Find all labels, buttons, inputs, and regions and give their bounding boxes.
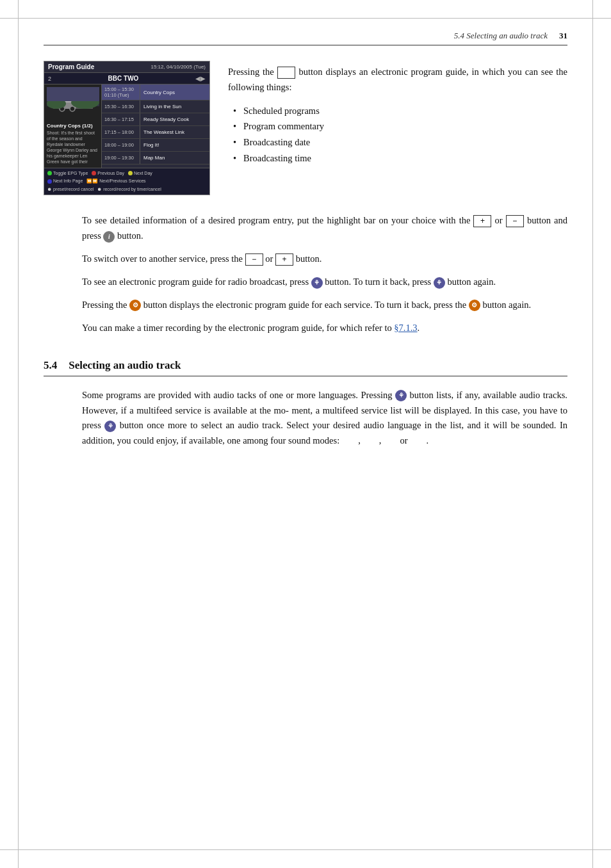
- body-paragraphs: To see detailed information of a desired…: [82, 213, 567, 336]
- paragraph-switch-service: To switch over to another service, press…: [82, 252, 567, 267]
- service-button-icon: ⚙: [129, 300, 141, 311]
- section-54-body: Some programs are provided with audio ta…: [82, 388, 567, 449]
- epg-schedule-row: 15:00 – 15:3001:10 (Tue) Country Cops: [102, 84, 209, 100]
- page-number: 31: [559, 31, 567, 41]
- epg-button-box: [277, 67, 296, 79]
- info-button-icon: i: [103, 231, 115, 243]
- bullet-item-commentary: Program commentary: [243, 118, 567, 134]
- epg-footer-row-2: Next Info Page ⏪⏩ Next/Previous Services: [47, 178, 206, 185]
- epg-channel-number: 2: [48, 76, 51, 82]
- paragraph-detail: To see detailed information of a desired…: [82, 213, 567, 244]
- green-dot-icon: [47, 171, 52, 175]
- bullet-list: Scheduled programs Program commentary Br…: [243, 103, 567, 166]
- svg-rect-9: [47, 87, 99, 101]
- epg-channel-name: BBC TWO: [56, 75, 190, 82]
- epg-row-program: Ready Steady Cook: [140, 113, 209, 125]
- epg-footer-item: Previous Day: [92, 170, 124, 177]
- main-section: Program Guide 15:12, 04/10/2005 (Tue) 2 …: [44, 61, 567, 195]
- blue-dot-icon: [47, 179, 52, 184]
- paragraph-audio-tracks: Some programs are provided with audio ta…: [82, 388, 567, 449]
- header-section-title: 5.4 Selecting an audio track: [454, 31, 548, 41]
- epg-footer-item: Next Info Page: [47, 178, 83, 185]
- epg-title-bar: Program Guide 15:12, 04/10/2005 (Tue): [44, 61, 209, 73]
- epg-thumbnail: [47, 87, 99, 120]
- audio-button-icon-2: ⚘: [104, 421, 116, 432]
- epg-row-program: Map Man: [140, 152, 209, 164]
- epg-footer-record: ⏺ preset/record cancel ⏺ record/record b…: [47, 186, 161, 193]
- epg-time: 15:12, 04/10/2005 (Tue): [151, 64, 206, 70]
- minus-button: −: [506, 215, 524, 227]
- epg-footer-item: ⏪⏩ Next/Previous Services: [86, 178, 145, 185]
- epg-row-time: 18:00 – 19:00: [102, 139, 140, 151]
- intro-paragraph: Pressing the button displays an electron…: [228, 65, 567, 95]
- epg-footer-row-3: ⏺ preset/record cancel ⏺ record/record b…: [47, 186, 206, 193]
- border-bottom: [0, 849, 611, 850]
- epg-footer-row: Toggle EPG Type Previous Day Next Day: [47, 170, 206, 177]
- epg-prog-desc: Shoot: It's the first shoot of the seaso…: [47, 130, 99, 165]
- page-header: 5.4 Selecting an audio track 31: [44, 31, 567, 45]
- epg-row-program: The Weakest Link: [140, 126, 209, 138]
- epg-left-panel: Country Cops (1/2) Shoot: It's the first…: [44, 84, 102, 168]
- epg-schedule-row: 17:15 – 18:00 The Weakest Link: [102, 126, 209, 139]
- epg-schedule-row: 16:30 – 17:15 Ready Steady Cook: [102, 113, 209, 126]
- epg-row-time: 17:15 – 18:00: [102, 126, 140, 138]
- epg-prog-title: Country Cops (1/2): [47, 123, 99, 129]
- bullet-item-date: Broadcasting date: [243, 134, 567, 150]
- minus-button-2: −: [245, 253, 263, 266]
- radio-button-icon-2: ⚘: [434, 277, 445, 289]
- yellow-dot-icon: [128, 171, 133, 175]
- epg-schedule-row: 15:30 – 16:30 Living in the Sun: [102, 100, 209, 113]
- epg-screenshot: Program Guide 15:12, 04/10/2005 (Tue) 2 …: [44, 61, 210, 195]
- bullet-item-scheduled: Scheduled programs: [243, 103, 567, 119]
- epg-row-program: Living in the Sun: [140, 100, 209, 113]
- plus-button-2: +: [275, 253, 293, 266]
- epg-footer-item: Toggle EPG Type: [47, 170, 88, 177]
- epg-row-time: 15:30 – 16:30: [102, 100, 140, 113]
- epg-footer-item: Next Day: [128, 170, 152, 177]
- epg-row-time: 16:30 – 17:15: [102, 113, 140, 125]
- epg-row-program: Flog It!: [140, 139, 209, 151]
- bullet-item-time: Broadcasting time: [243, 150, 567, 166]
- plus-button: +: [473, 215, 491, 227]
- service-button-icon-2: ⚙: [469, 300, 480, 311]
- epg-arrow-icon: ◀▶: [195, 75, 206, 82]
- epg-footer: Toggle EPG Type Previous Day Next Day Ne…: [44, 168, 209, 195]
- epg-row-program: Country Cops: [140, 84, 209, 100]
- paragraph-radio: To see an electronic program guide for r…: [82, 275, 567, 290]
- radio-button-icon: ⚘: [311, 277, 323, 289]
- audio-button-icon: ⚘: [395, 390, 407, 401]
- svg-point-6: [70, 106, 75, 111]
- epg-body: Country Cops (1/2) Shoot: It's the first…: [44, 84, 209, 168]
- section-heading-54: 5.4 Selecting an audio track: [44, 359, 567, 376]
- epg-schedule-row: 18:00 – 19:00 Flog It!: [102, 139, 209, 152]
- internal-link-713[interactable]: §7.1.3: [394, 323, 417, 333]
- epg-schedule: 15:00 – 15:3001:10 (Tue) Country Cops 15…: [102, 84, 209, 168]
- epg-channel-bar: 2 BBC TWO ◀▶: [44, 73, 209, 84]
- section-number: 5.4: [44, 359, 57, 372]
- epg-row-time: 15:00 – 15:3001:10 (Tue): [102, 84, 140, 100]
- epg-title: Program Guide: [48, 63, 94, 70]
- paragraph-service-guide: Pressing the ⚙ button displays the elect…: [82, 298, 567, 313]
- section-title: Selecting an audio track: [69, 359, 181, 372]
- epg-row-time: 19:00 – 19:30: [102, 152, 140, 164]
- red-dot-icon: [92, 171, 96, 175]
- epg-description: Pressing the button displays an electron…: [228, 61, 567, 173]
- paragraph-timer: You can make a timer recording by the el…: [82, 321, 567, 336]
- epg-schedule-row: 19:00 – 19:30 Map Man: [102, 152, 209, 165]
